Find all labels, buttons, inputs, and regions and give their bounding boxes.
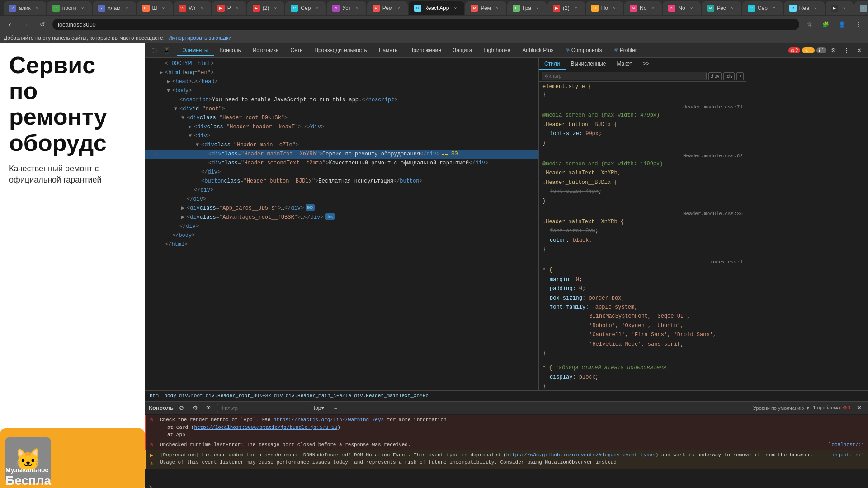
tab-close[interactable]: × — [688, 5, 695, 12]
tab-11[interactable]: 11 проги × — [47, 1, 92, 15]
add-rule-btn[interactable]: + — [736, 72, 744, 80]
tab-close[interactable]: × — [572, 5, 580, 12]
tab-lighthouse[interactable]: Lighthouse — [479, 45, 516, 56]
tab-close[interactable]: × — [611, 5, 618, 12]
console-clear-icon[interactable]: ⊘ — [176, 403, 187, 413]
html-panel[interactable]: <!DOCTYPE html> ▶ <html lang="en"> ▶ <he… — [145, 58, 538, 390]
tab-components[interactable]: ⚛Components — [560, 45, 608, 56]
bundle-link[interactable]: http://localhost:3000/static/js/bundle.j… — [194, 425, 337, 430]
tab-no2[interactable]: N No × — [663, 1, 700, 15]
styles-tab-more[interactable]: >> — [637, 59, 655, 70]
tab-adblock[interactable]: Adblock Plus — [517, 45, 559, 56]
tab-close[interactable]: × — [354, 5, 361, 12]
device-toolbar-icon[interactable]: 📱 — [161, 45, 172, 56]
more-options-icon[interactable]: ⋮ — [841, 45, 852, 56]
tab-close[interactable]: × — [494, 5, 501, 12]
tab-po[interactable]: П По × — [586, 1, 623, 15]
console-eye-icon[interactable]: 👁 — [203, 403, 214, 413]
extension-btn2[interactable]: 👤 — [835, 18, 848, 31]
console-filter-input[interactable] — [217, 404, 307, 412]
tab-close[interactable]: × — [841, 5, 848, 12]
tab-7[interactable]: 7 алик × — [4, 1, 46, 15]
tab-yt2[interactable]: ▶ (2) × — [547, 1, 585, 15]
tab-elements[interactable]: Элементы — [177, 45, 214, 56]
tab-cr[interactable]: Р Рем × — [465, 1, 506, 15]
tab-w[interactable]: W Wr × — [174, 1, 211, 15]
console-input[interactable] — [154, 484, 864, 488]
tab-profiler[interactable]: ⚛Profiler — [609, 45, 642, 56]
tab-security[interactable]: Защита — [448, 45, 478, 56]
back-button[interactable]: ‹ — [4, 18, 16, 31]
tab-close[interactable]: × — [123, 5, 131, 12]
tab-video[interactable]: ▶ × — [826, 1, 854, 15]
extension-btn1[interactable]: 🧩 — [819, 18, 832, 31]
console-settings-icon[interactable]: ⚙ — [190, 403, 201, 413]
tab-close[interactable]: × — [770, 5, 778, 12]
preview-card-overlay: Бесплa — [5, 474, 139, 488]
tab-close[interactable]: × — [534, 5, 541, 12]
tab-close[interactable]: × — [649, 5, 656, 12]
tab-rem1[interactable]: Р Рем × — [367, 1, 408, 15]
tab-react[interactable]: R React App × — [409, 1, 464, 15]
tab-close[interactable]: × — [272, 5, 279, 12]
tab-close[interactable]: × — [160, 5, 167, 12]
breadcrumb-html[interactable]: html — [149, 393, 162, 399]
forward-button[interactable]: › — [20, 18, 33, 31]
devtools-body: <!DOCTYPE html> ▶ <html lang="en"> ▶ <he… — [145, 58, 868, 390]
tab-react2[interactable]: R Rea × — [784, 1, 825, 15]
tab-close[interactable]: × — [198, 5, 206, 12]
styles-tab-styles[interactable]: Стили — [539, 59, 566, 70]
tab-close[interactable]: × — [452, 5, 459, 12]
address-bar[interactable]: localhost:3000 — [52, 19, 799, 30]
w3c-link[interactable]: https://w3c.github.io/uievents/#legacy-e… — [506, 452, 656, 458]
reload-button[interactable]: ↺ — [36, 18, 49, 31]
tab-close[interactable]: × — [395, 5, 402, 12]
tab-network[interactable]: Сеть — [285, 45, 308, 56]
top-dropdown[interactable]: top ▾ — [310, 403, 328, 413]
tab-application[interactable]: Приложение — [404, 45, 447, 56]
console-sidebar-icon[interactable]: ≡ — [330, 403, 341, 413]
import-bookmarks-link[interactable]: Импортировать закладки — [168, 35, 231, 41]
close-devtools-icon[interactable]: ✕ — [854, 45, 864, 56]
tab-ust[interactable]: У Уст × — [327, 1, 366, 15]
tab-close[interactable]: × — [234, 5, 241, 12]
styles-tab-layout[interactable]: Макет — [611, 59, 637, 70]
css-block-useragent: * { таблица стилей агента пользователя d… — [542, 363, 743, 390]
console-levels[interactable]: Уровни по умолчанию ▼ — [753, 405, 810, 411]
close-console-icon[interactable]: ✕ — [854, 403, 864, 413]
tab-console[interactable]: Консоль — [215, 45, 246, 56]
menu-button[interactable]: ⋮ — [852, 18, 864, 31]
bookmarks-star[interactable]: ☆ — [803, 18, 816, 31]
breadcrumb-header-main[interactable]: div.Header_main_\+eZIe — [285, 393, 352, 399]
breadcrumb-root[interactable]: div#root — [178, 393, 204, 399]
cls-filter[interactable]: .cls — [723, 72, 735, 80]
inspect-element-icon[interactable]: ⬚ — [149, 45, 160, 56]
tab-close[interactable]: × — [812, 5, 819, 12]
reactjs-link[interactable]: https://reactjs.org/link/warning-keys — [274, 417, 384, 422]
tab-ser2[interactable]: С Сер × — [742, 1, 783, 15]
breadcrumb-header-root[interactable]: div.Header_root_D9\+Sk — [205, 393, 272, 399]
tab-ser1[interactable]: С Сер × — [285, 1, 326, 15]
tab-sources[interactable]: Источники — [247, 45, 284, 56]
tab-res[interactable]: Р Рес × — [702, 1, 741, 15]
breadcrumb-body[interactable]: body — [163, 393, 177, 399]
tab-close[interactable]: × — [729, 5, 736, 12]
tab-i[interactable]: I I × — [854, 1, 868, 15]
tab-yt1[interactable]: ▶ Р × — [212, 1, 246, 15]
styles-filter-input[interactable] — [542, 72, 707, 80]
tab-no1[interactable]: N No × — [624, 1, 662, 15]
settings-icon[interactable]: ⚙ — [828, 45, 839, 56]
breadcrumb-maintext[interactable]: div.Header_mainText_XnYRb — [353, 393, 429, 399]
styles-tab-computed[interactable]: Вычисленные — [566, 59, 612, 70]
breadcrumb-div[interactable]: div — [273, 393, 284, 399]
tab-sh[interactable]: Ш Ш × — [137, 1, 173, 15]
tab-gr[interactable]: Г Гра × — [507, 1, 547, 15]
tab-close[interactable]: × — [313, 5, 321, 12]
tab-performance[interactable]: Производительность — [309, 45, 372, 56]
hov-filter[interactable]: :hov — [708, 72, 722, 80]
tab-memory[interactable]: Память — [373, 45, 403, 56]
tab-7b[interactable]: 7 хлам × — [93, 1, 136, 15]
tab-close[interactable]: × — [33, 5, 41, 12]
tab-close[interactable]: × — [79, 5, 86, 12]
tab-2[interactable]: ▶ (2) × — [247, 1, 285, 15]
